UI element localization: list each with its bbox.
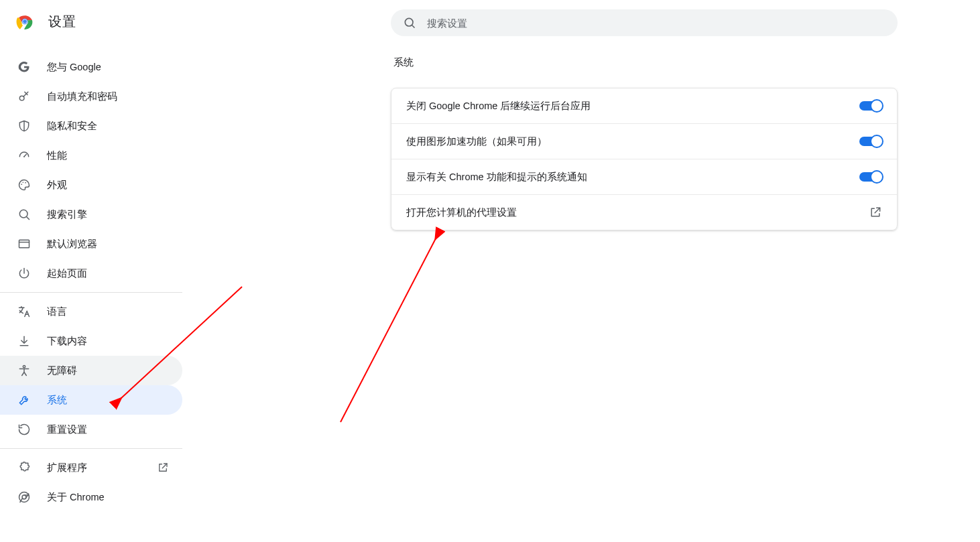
search-bar[interactable] — [391, 9, 898, 36]
sidebar-item-label: 搜索引擎 — [47, 208, 87, 221]
svg-point-7 — [23, 156, 25, 157]
svg-point-9 — [23, 182, 24, 183]
chrome-outline-icon — [17, 490, 31, 504]
sidebar-item-autofill[interactable]: 自动填充和密码 — [0, 82, 182, 111]
speed-icon — [17, 149, 31, 162]
sidebar-item-label: 自动填充和密码 — [47, 90, 117, 103]
open-external-icon — [869, 206, 882, 219]
google-icon — [17, 60, 31, 74]
sidebar-item-label: 默认浏览器 — [47, 238, 97, 251]
svg-point-4 — [405, 18, 413, 26]
toggle-switch[interactable] — [859, 135, 882, 148]
sidebar-item-you-google[interactable]: 您与 Google — [0, 52, 182, 82]
section-title: 系统 — [391, 56, 898, 69]
system-toggle-row: 关闭 Google Chrome 后继续运行后台应用 — [391, 88, 897, 123]
download-icon — [17, 334, 31, 348]
restore-icon — [17, 423, 31, 436]
row-label: 显示有关 Chrome 功能和提示的系统通知 — [406, 171, 587, 184]
sidebar-item-label: 隐私和安全 — [47, 120, 97, 133]
system-toggle-row: 使用图形加速功能（如果可用） — [391, 123, 897, 159]
nav-divider — [0, 448, 182, 449]
search-bar-wrap — [391, 9, 898, 36]
sidebar-item-label: 系统 — [47, 394, 67, 407]
system-card: 关闭 Google Chrome 后继续运行后台应用使用图形加速功能（如果可用）… — [391, 88, 898, 230]
nav-divider — [0, 292, 182, 293]
svg-rect-13 — [19, 240, 29, 248]
power-icon — [17, 267, 31, 280]
row-label: 使用图形加速功能（如果可用） — [406, 135, 547, 148]
sidebar-item-label: 无障碍 — [47, 364, 77, 377]
page-title: 设置 — [48, 13, 76, 31]
svg-point-10 — [25, 182, 26, 184]
toggle-switch[interactable] — [859, 170, 882, 184]
system-open-proxy-row[interactable]: 打开您计算机的代理设置 — [391, 194, 897, 230]
svg-line-5 — [412, 25, 415, 28]
window-icon — [17, 237, 31, 251]
sidebar-item-downloads[interactable]: 下载内容 — [0, 326, 182, 356]
sidebar-item-extensions[interactable]: 扩展程序 — [0, 453, 182, 482]
translate-icon — [17, 305, 31, 318]
main: 系统 关闭 Google Chrome 后继续运行后台应用使用图形加速功能（如果… — [182, 43, 980, 512]
sidebar-item-appearance[interactable]: 外观 — [0, 170, 182, 200]
open-external-icon — [157, 462, 169, 474]
sidebar-item-default-browser[interactable]: 默认浏览器 — [0, 229, 182, 259]
search-input[interactable] — [426, 17, 885, 29]
sidebar-item-privacy[interactable]: 隐私和安全 — [0, 111, 182, 141]
svg-point-3 — [23, 19, 27, 23]
sidebar-item-label: 重置设置 — [47, 423, 87, 436]
shield-icon — [17, 119, 31, 133]
sidebar-item-about[interactable]: 关于 Chrome — [0, 482, 182, 512]
sidebar: 您与 Google自动填充和密码隐私和安全性能外观搜索引擎默认浏览器起始页面语言… — [0, 43, 182, 512]
search-icon — [17, 208, 31, 221]
sidebar-item-on-startup[interactable]: 起始页面 — [0, 259, 182, 288]
key-icon — [17, 90, 31, 103]
search-icon — [403, 16, 416, 29]
sidebar-item-languages[interactable]: 语言 — [0, 297, 182, 326]
sidebar-item-system[interactable]: 系统 — [0, 385, 182, 415]
sidebar-item-label: 起始页面 — [47, 267, 87, 280]
puzzle-icon — [17, 461, 31, 474]
accessibility-icon — [17, 364, 31, 377]
svg-point-15 — [23, 366, 25, 368]
row-label: 打开您计算机的代理设置 — [406, 206, 517, 219]
sidebar-item-search-engine[interactable]: 搜索引擎 — [0, 200, 182, 229]
palette-icon — [17, 178, 31, 192]
sidebar-item-accessibility[interactable]: 无障碍 — [0, 356, 182, 385]
sidebar-item-label: 语言 — [47, 306, 67, 318]
sidebar-item-label: 外观 — [47, 179, 67, 192]
sidebar-item-label: 关于 Chrome — [47, 491, 105, 504]
header-left: 设置 — [0, 13, 76, 31]
system-toggle-row: 显示有关 Chrome 功能和提示的系统通知 — [391, 159, 897, 194]
toggle-switch[interactable] — [859, 99, 882, 113]
row-label: 关闭 Google Chrome 后继续运行后台应用 — [406, 100, 591, 113]
sidebar-item-performance[interactable]: 性能 — [0, 141, 182, 170]
sidebar-item-label: 下载内容 — [47, 335, 87, 348]
svg-line-12 — [27, 217, 29, 220]
sidebar-item-reset[interactable]: 重置设置 — [0, 415, 182, 444]
sidebar-item-label: 性能 — [47, 149, 67, 162]
sidebar-item-label: 扩展程序 — [47, 462, 87, 474]
sidebar-item-label: 您与 Google — [47, 61, 101, 74]
chrome-logo-icon — [16, 13, 34, 30]
svg-point-8 — [21, 184, 22, 185]
wrench-icon — [17, 393, 31, 407]
content: 系统 关闭 Google Chrome 后继续运行后台应用使用图形加速功能（如果… — [391, 56, 898, 230]
